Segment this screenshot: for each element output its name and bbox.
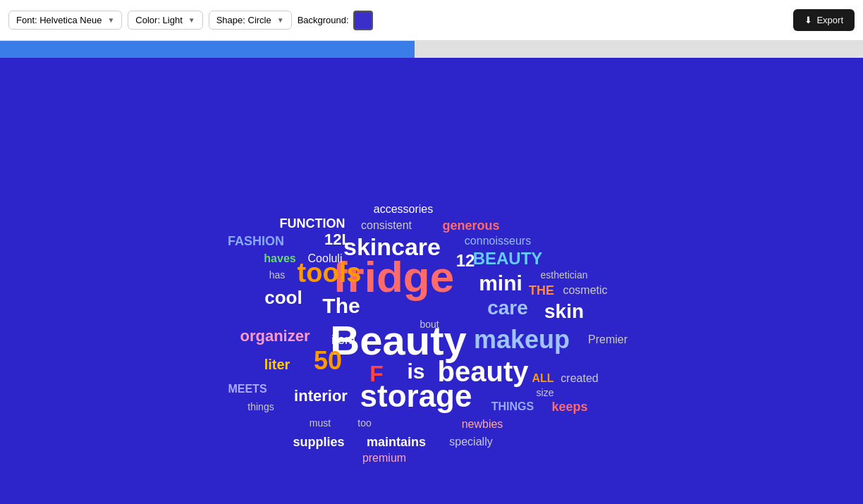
word-premium: premium: [362, 452, 406, 465]
word-the: THE: [529, 283, 554, 298]
word-size: size: [537, 387, 554, 398]
word-supplies: supplies: [293, 435, 344, 450]
word-beauty: beauty: [438, 356, 529, 388]
word-specially: specially: [449, 436, 492, 448]
word-cooluli: Cooluli: [308, 252, 343, 265]
word-function: FUNCTION: [280, 216, 345, 231]
export-button[interactable]: ⬇ Export: [793, 9, 855, 31]
progress-bar-container: [0, 41, 863, 58]
word-50: 50: [314, 346, 342, 376]
toolbar: Font: Helvetica Neue ▼ Color: Light ▼ Sh…: [0, 0, 863, 41]
export-icon: ⬇: [804, 15, 812, 25]
shape-label: Shape: Circle: [216, 15, 271, 25]
progress-bar-fill: [0, 41, 415, 58]
word-f: F: [369, 361, 384, 387]
word-maintains: maintains: [367, 435, 426, 450]
color-chevron-icon: ▼: [188, 16, 195, 24]
word-created: created: [561, 372, 598, 385]
word-item: item: [331, 333, 355, 348]
word-has: has: [269, 269, 286, 281]
word-interior: interior: [294, 387, 348, 405]
word-meets: MEETS: [228, 383, 267, 395]
word-connoisseurs: connoisseurs: [465, 235, 531, 247]
word-esthetician: esthetician: [541, 269, 588, 281]
word-newbies: newbies: [462, 418, 503, 431]
background-color-swatch[interactable]: [353, 11, 373, 30]
word-too: too: [357, 417, 371, 429]
shape-dropdown[interactable]: Shape: Circle ▼: [209, 11, 292, 30]
word-consistent: consistent: [361, 219, 412, 232]
word-keeps: keeps: [551, 400, 587, 414]
word-accessories: accessories: [374, 203, 433, 216]
word-the: The: [322, 294, 360, 318]
word-must: must: [310, 417, 331, 429]
font-chevron-icon: ▼: [107, 16, 114, 24]
export-label: Export: [816, 15, 843, 25]
background-label: Background:: [298, 15, 349, 25]
word-things: things: [247, 401, 274, 412]
word-all: ALL: [532, 372, 553, 385]
color-dropdown[interactable]: Color: Light ▼: [128, 11, 202, 30]
background-container: Background:: [298, 11, 373, 30]
word-organizer: organizer: [240, 327, 310, 345]
word-beauty: BEAUTY: [473, 249, 543, 269]
word-liter: liter: [264, 357, 290, 373]
word-haves: haves: [264, 252, 295, 265]
word-cool: cool: [264, 287, 302, 309]
shape-chevron-icon: ▼: [277, 16, 284, 24]
font-dropdown[interactable]: Font: Helvetica Neue ▼: [8, 11, 122, 30]
word-bout: bout: [420, 319, 439, 330]
word-mini: mini: [479, 271, 522, 295]
word-generous: generous: [442, 219, 499, 233]
word-cloud-area: fridgeBeautystoragebeautymakeuptoolsskin…: [0, 58, 863, 504]
word-things: THINGS: [491, 400, 534, 413]
word-skin: skin: [544, 300, 584, 323]
font-label: Font: Helvetica Neue: [16, 15, 102, 25]
word-premier: Premier: [588, 333, 628, 346]
word-care: care: [487, 297, 528, 319]
word-cosmetic: cosmetic: [563, 284, 607, 297]
word-12l: 12L: [324, 231, 351, 249]
word-12: 12: [456, 251, 475, 271]
word-is: is: [407, 359, 424, 383]
word-fashion: FASHION: [228, 234, 284, 249]
color-label: Color: Light: [135, 15, 182, 25]
word-makeup: makeup: [474, 325, 570, 355]
word-skincare: skincare: [343, 233, 441, 261]
